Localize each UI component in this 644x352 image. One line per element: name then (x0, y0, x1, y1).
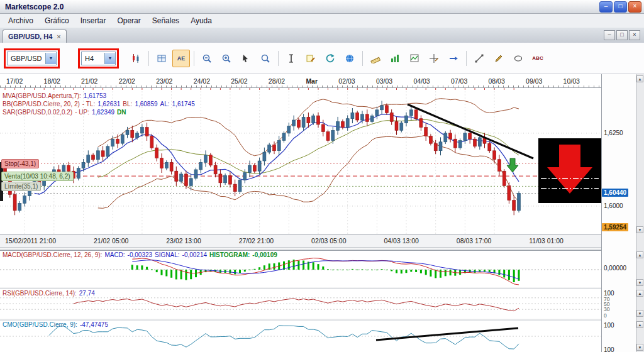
tab-bar: GBP/USD, H4 × – □ × (0, 28, 644, 43)
date-tick: 23/02 (156, 77, 172, 85)
magnifier-icon[interactable] (257, 50, 274, 67)
date-tick: 04/03 (413, 77, 430, 85)
chevron-down-icon[interactable]: ▼ (104, 53, 115, 64)
vertical-cursor-icon[interactable] (282, 50, 300, 67)
scroll-up-button[interactable]: ▲ (636, 321, 643, 328)
rsi-panel[interactable]: RSI(GBP/USD.Cierre, 14):27,74 (0, 289, 601, 318)
date-tick: 17/02 (6, 77, 23, 85)
candlestick-chart-icon[interactable] (127, 50, 145, 67)
chevron-down-icon[interactable]: ▼ (45, 53, 56, 64)
zoom-out-icon[interactable] (198, 50, 216, 67)
scroll-down-button[interactable]: ▼ (636, 344, 643, 351)
period-value: H4 (82, 55, 104, 62)
zoom-in-icon[interactable] (218, 50, 235, 67)
refresh-icon[interactable] (321, 50, 339, 67)
scroll-down-button[interactable]: ▼ (636, 279, 643, 286)
period-combobox[interactable]: H4 ▼ (81, 52, 116, 65)
menu-insertar[interactable]: Insertar (75, 15, 112, 26)
cmo-header: CMO(GBP/USD.Cierre, 9):-47,47475 (3, 321, 111, 328)
price-label-lower: 1,6000 (604, 202, 623, 209)
date-tick: 22/02 (119, 77, 135, 85)
rsi-level-30: 30 (604, 306, 609, 312)
mdi-minimize-button[interactable]: – (604, 30, 615, 40)
time-tick: 04/03 13:00 (384, 237, 418, 245)
date-tick: 03/03 (376, 77, 392, 85)
maximize-button[interactable]: □ (614, 1, 627, 13)
current-price-badge: 1,60440 (602, 189, 628, 197)
mdi-maximize-button[interactable]: □ (616, 30, 628, 40)
window-title: Marketscope 2.0 (3, 3, 64, 11)
minimize-button[interactable]: – (599, 1, 613, 13)
band-price-badge: 1,59254 (602, 223, 628, 231)
menu-senales[interactable]: Señales (147, 15, 185, 26)
symbol-annotation-box: GBP/USD ▼ (4, 48, 60, 69)
scroll-down-button[interactable]: ▼ (636, 310, 643, 317)
date-tick: 28/02 (269, 77, 285, 85)
date-tick: 09/03 (526, 77, 542, 85)
crosshair-tool-icon[interactable] (425, 50, 443, 67)
trendline-tool-icon[interactable] (470, 50, 488, 67)
scroll-down-button[interactable]: ▼ (636, 226, 643, 233)
cmo-panel[interactable]: CMO(GBP/USD.Cierre, 9):-47,47475 (0, 321, 601, 352)
title-bar: Marketscope 2.0 – □ × (0, 0, 644, 14)
date-tick: 10/03 (564, 77, 580, 85)
window-buttons: – □ × (599, 1, 641, 13)
abc-text-icon[interactable]: ABC (529, 50, 547, 67)
tab-close-icon[interactable]: × (57, 33, 60, 40)
date-axis: 17/02 18/02 21/02 22/02 23/02 24/02 25/0… (0, 74, 601, 88)
mdi-close-button[interactable]: × (629, 30, 640, 40)
time-tick: 02/03 05:00 (311, 237, 346, 245)
pointer-icon[interactable] (237, 50, 255, 67)
date-tick: 21/02 (81, 77, 97, 85)
menu-grafico[interactable]: Gráfico (39, 15, 75, 26)
menu-operar[interactable]: Operar (111, 15, 146, 26)
toolbar-separator (148, 51, 149, 66)
scroll-up-button[interactable]: ▲ (636, 251, 643, 258)
time-tick: 11/03 01:00 (529, 237, 564, 245)
symbol-combobox[interactable]: GBP/USD ▼ (7, 52, 57, 65)
table-grid-icon[interactable] (153, 50, 170, 67)
scroll-up-button[interactable]: ▲ (636, 75, 643, 82)
toolbar-separator (278, 51, 279, 66)
limit-order-label[interactable]: Límite(35,1) (1, 182, 41, 191)
time-tick: 15/02/2011 21:00 (5, 237, 56, 245)
menu-ayuda[interactable]: Ayuda (185, 15, 218, 26)
date-tick: 08/03 (489, 77, 505, 85)
ruler-icon[interactable] (367, 50, 384, 67)
green-bars-icon[interactable] (386, 50, 404, 67)
hline-tool-icon[interactable] (445, 50, 462, 67)
globe-icon[interactable] (341, 50, 358, 67)
ellipse-tool-icon[interactable] (509, 50, 527, 67)
menu-bar: Archivo Gráfico Insertar Operar Señales … (0, 14, 644, 28)
time-tick: 23/02 13:00 (166, 237, 201, 245)
sell-order-label[interactable]: Venta(10/03 10:48, 6,2) (1, 172, 74, 181)
date-tick: Mar (306, 77, 318, 85)
tab-gbpusd-h4[interactable]: GBP/USD, H4 × (3, 30, 67, 43)
legend-sar: SAR(GBP/USD,0.02,0.2)- UP:1,62349DN (3, 108, 197, 116)
pencil-tool-icon[interactable] (490, 50, 508, 67)
date-tick: 02/03 (338, 77, 355, 85)
legend-bollinger: BB(GBP/USD.Cierre, 20, 2)- TL:1,62631BL:… (3, 100, 197, 108)
ae-button[interactable]: AE (172, 50, 190, 67)
rsi-level-0: 0 (604, 312, 607, 319)
chart-window-icon[interactable] (406, 50, 423, 67)
date-tick: 25/02 (231, 77, 247, 85)
time-tick: 27/02 21:00 (239, 237, 274, 245)
close-button[interactable]: × (628, 1, 641, 13)
toolbar-separator (194, 51, 194, 66)
application-window: Marketscope 2.0 – □ × Archivo Gráfico In… (0, 0, 644, 352)
time-axis: 15/02/2011 21:00 21/02 05:00 23/02 13:00… (0, 234, 601, 248)
main-chart[interactable]: MVA(GBP/USD.Apertura,7):1,61753 BB(GBP/U… (0, 88, 601, 234)
chart-legend: MVA(GBP/USD.Apertura,7):1,61753 BB(GBP/U… (3, 92, 197, 116)
stop-order-label[interactable]: Stop(-43,1) (1, 159, 39, 168)
date-tick: 07/03 (451, 77, 467, 85)
macd-zero-label: 0,00000 (604, 265, 626, 272)
scroll-up-button[interactable]: ▲ (636, 290, 643, 297)
symbol-value: GBP/USD (8, 55, 45, 62)
macd-header: MACD(GBP/USD.Cierre, 12, 26, 9):MACD:-0,… (3, 251, 280, 258)
macd-panel[interactable]: MACD(GBP/USD.Cierre, 12, 26, 9):MACD:-0,… (0, 251, 601, 287)
scrollbar-rail[interactable]: ▲ ▼ ▲ ▼ ▲ ▼ ▲ ▼ (636, 74, 644, 352)
date-tick: 18/02 (44, 77, 60, 85)
note-pencil-icon[interactable] (302, 50, 319, 67)
menu-archivo[interactable]: Archivo (3, 15, 39, 26)
